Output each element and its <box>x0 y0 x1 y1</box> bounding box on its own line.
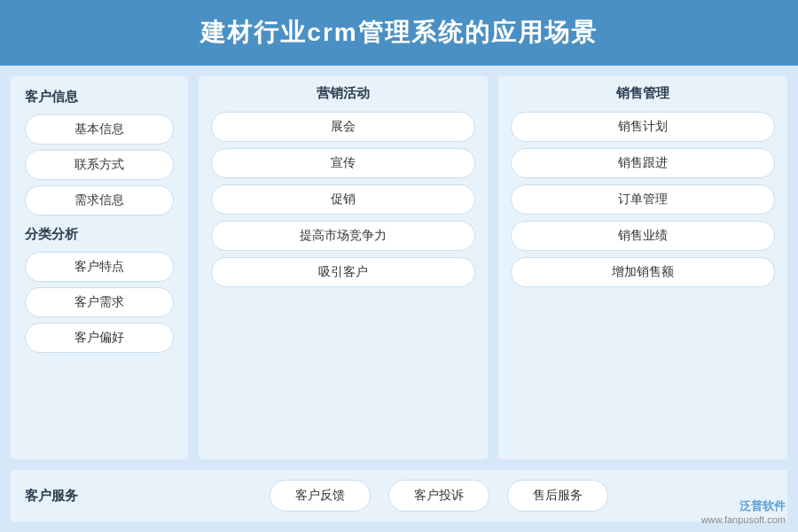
watermark-logo: 泛普软件 <box>701 498 786 514</box>
watermark-url: www.fanpusoft.com <box>701 514 786 525</box>
list-item: 售后服务 <box>507 480 608 512</box>
bottom-items: 客户反馈 客户投诉 售后服务 <box>105 480 773 512</box>
list-item: 宣传 <box>211 148 475 178</box>
list-item: 销售业绩 <box>511 221 775 251</box>
list-item: 需求信息 <box>25 185 174 215</box>
list-item: 客户偏好 <box>25 323 174 353</box>
top-section: 客户信息 基本信息 联系方式 需求信息 分类分析 客户特点 客户需求 客户偏好 … <box>11 76 787 459</box>
page-header: 建材行业crm管理系统的应用场景 <box>0 0 798 66</box>
list-item: 销售跟进 <box>511 148 775 178</box>
right-panel: 营销活动 展会 宣传 促销 提高市场竞争力 吸引客户 销售管理 销售计划 销售跟… <box>199 76 787 459</box>
page-title: 建材行业crm管理系统的应用场景 <box>200 19 597 46</box>
sales-column: 销售管理 销售计划 销售跟进 订单管理 销售业绩 增加销售额 <box>498 76 787 459</box>
bottom-label: 客户服务 <box>25 488 87 505</box>
list-item: 客户反馈 <box>270 480 371 512</box>
marketing-header: 营销活动 <box>211 85 475 102</box>
list-item: 吸引客户 <box>211 257 475 287</box>
marketing-column: 营销活动 展会 宣传 促销 提高市场竞争力 吸引客户 <box>199 76 488 459</box>
list-item: 订单管理 <box>511 184 775 215</box>
list-item: 促销 <box>211 184 475 215</box>
section2-label: 分类分析 <box>25 226 174 243</box>
left-panel: 客户信息 基本信息 联系方式 需求信息 分类分析 客户特点 客户需求 客户偏好 <box>11 76 188 459</box>
list-item: 展会 <box>211 112 475 142</box>
list-item: 客户特点 <box>25 252 174 282</box>
list-item: 提高市场竞争力 <box>211 221 475 251</box>
bottom-section: 客户服务 客户反馈 客户投诉 售后服务 <box>11 470 787 521</box>
list-item: 基本信息 <box>25 114 174 145</box>
list-item: 增加销售额 <box>511 257 775 287</box>
watermark: 泛普软件 www.fanpusoft.com <box>701 498 786 525</box>
main-content: 客户信息 基本信息 联系方式 需求信息 分类分析 客户特点 客户需求 客户偏好 … <box>0 66 798 532</box>
list-item: 联系方式 <box>25 150 174 180</box>
list-item: 客户需求 <box>25 287 174 317</box>
list-item: 客户投诉 <box>388 480 489 512</box>
sales-header: 销售管理 <box>511 85 775 102</box>
section1-label: 客户信息 <box>25 89 174 106</box>
page-wrapper: 建材行业crm管理系统的应用场景 客户信息 基本信息 联系方式 需求信息 分类分… <box>0 0 798 532</box>
list-item: 销售计划 <box>511 112 775 142</box>
